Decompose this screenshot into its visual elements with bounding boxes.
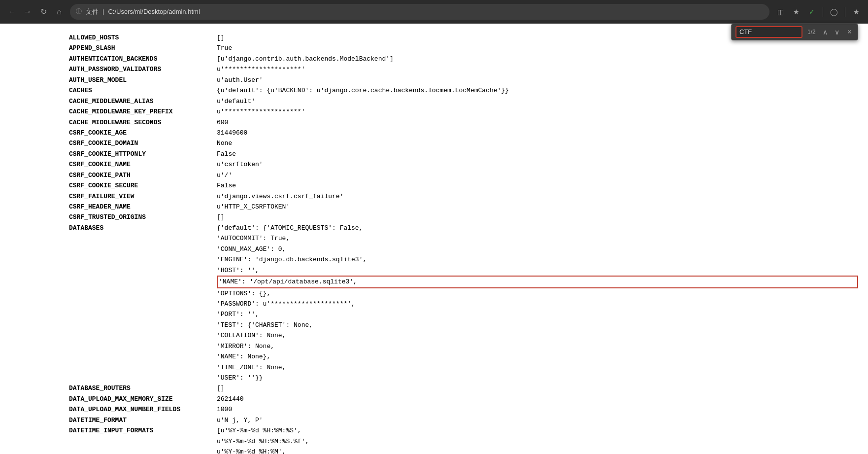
val-append-slash: True: [217, 43, 858, 53]
content-area: ALLOWED_HOSTS [] APPEND_SLASH True AUTHE…: [0, 24, 868, 454]
find-down-button[interactable]: ∨: [833, 27, 841, 37]
key-csrf-cookie-path: CSRF_COOKIE_PATH: [69, 170, 217, 180]
key-csrf-trusted-origins: CSRF_TRUSTED_ORIGINS: [69, 212, 217, 222]
key-cache-middleware-key: CACHE_MIDDLEWARE_KEY_PREFIX: [69, 106, 217, 117]
db-line15: 'USER': ''}}: [217, 373, 858, 383]
row-csrf-header-name: CSRF_HEADER_NAME u'HTTP_X_CSRFTOKEN': [69, 202, 858, 212]
row-auth-validators: AUTH_PASSWORD_VALIDATORS u'*************…: [69, 64, 858, 74]
key-data-upload-memory: DATA_UPLOAD_MAX_MEMORY_SIZE: [69, 394, 217, 404]
row-datetime-format: DATETIME_FORMAT u'N j, Y, P': [69, 415, 858, 425]
val-csrf-cookie-httponly: False: [217, 149, 858, 159]
val-csrf-cookie-path: u'/': [217, 170, 858, 180]
db-line10: 'TEST': {'CHARSET': None,: [217, 320, 858, 330]
db-line8: 'PASSWORD': u'********************',: [217, 299, 858, 309]
find-input-wrapper[interactable]: [735, 26, 802, 38]
val-caches: {u'default': {u'BACKEND': u'django.core.…: [217, 85, 858, 96]
row-csrf-cookie-path: CSRF_COOKIE_PATH u'/': [69, 170, 858, 180]
extensions-button[interactable]: ◫: [773, 5, 787, 19]
val-databases: {'default': {'ATOMIC_REQUESTS': False, '…: [217, 223, 858, 384]
key-csrf-header-name: CSRF_HEADER_NAME: [69, 202, 217, 212]
key-csrf-cookie-age: CSRF_COOKIE_AGE: [69, 128, 217, 138]
val-csrf-failure-view: u'django.views.csrf.csrf_failure': [217, 191, 858, 202]
main-content[interactable]: ALLOWED_HOSTS [] APPEND_SLASH True AUTHE…: [0, 24, 868, 454]
val-csrf-cookie-domain: None: [217, 138, 858, 148]
find-input[interactable]: [739, 28, 799, 35]
dtf-line3: u'%Y-%m-%d %H:%M',: [217, 447, 858, 454]
db-line4: 'ENGINE': 'django.db.backends.sqlite3',: [217, 254, 858, 265]
row-cache-middleware-alias: CACHE_MIDDLEWARE_ALIAS u'default': [69, 96, 858, 106]
find-bar: 1/2 ∧ ∨ ×: [731, 24, 858, 40]
row-csrf-cookie-name: CSRF_COOKIE_NAME u'csrftoken': [69, 159, 858, 170]
key-csrf-cookie-domain: CSRF_COOKIE_DOMAIN: [69, 138, 217, 148]
row-caches: CACHES {u'default': {u'BACKEND': u'djang…: [69, 85, 858, 96]
bookmark-button[interactable]: ★: [789, 5, 803, 19]
db-line2: 'AUTOCOMMIT': True,: [217, 233, 858, 244]
key-csrf-cookie-secure: CSRF_COOKIE_SECURE: [69, 180, 217, 191]
row-database-routers: DATABASE_ROUTERS []: [69, 383, 858, 393]
row-data-upload-memory: DATA_UPLOAD_MAX_MEMORY_SIZE 2621440: [69, 394, 858, 404]
address-bar[interactable]: ⓘ 文件 | C:/Users/mi/Desktop/admin.html: [70, 4, 769, 20]
val-csrf-cookie-age: 31449600: [217, 128, 858, 138]
val-cache-middleware-secs: 600: [217, 117, 858, 128]
star-button[interactable]: ★: [849, 5, 863, 19]
key-csrf-cookie-httponly: CSRF_COOKIE_HTTPONLY: [69, 149, 217, 159]
key-append-slash: APPEND_SLASH: [69, 43, 217, 53]
row-csrf-trusted-origins: CSRF_TRUSTED_ORIGINS []: [69, 212, 858, 222]
db-line7: 'OPTIONS': {},: [217, 288, 858, 299]
key-auth-backends: AUTHENTICATION_BACKENDS: [69, 54, 217, 64]
key-databases: DATABASES: [69, 223, 217, 233]
key-database-routers: DATABASE_ROUTERS: [69, 383, 217, 393]
key-allowed-hosts: ALLOWED_HOSTS: [69, 33, 217, 43]
db-line12: 'MIRROR': None,: [217, 341, 858, 351]
db-line5: 'HOST': '',: [217, 265, 858, 276]
row-csrf-cookie-age: CSRF_COOKIE_AGE 31449600: [69, 128, 858, 138]
val-cache-middleware-key: u'********************': [217, 106, 858, 117]
back-button[interactable]: ←: [5, 5, 19, 19]
dtf-line2: u'%Y-%m-%d %H:%M:%S.%f',: [217, 436, 858, 447]
separator: [823, 7, 823, 17]
val-csrf-cookie-secure: False: [217, 180, 858, 191]
key-csrf-cookie-name: CSRF_COOKIE_NAME: [69, 159, 217, 170]
row-csrf-cookie-domain: CSRF_COOKIE_DOMAIN None: [69, 138, 858, 148]
row-cache-middleware-secs: CACHE_MIDDLEWARE_SECONDS 600: [69, 117, 858, 128]
db-line13: 'NAME': None},: [217, 351, 858, 362]
key-auth-validators: AUTH_PASSWORD_VALIDATORS: [69, 64, 217, 74]
find-count: 1/2: [807, 29, 816, 35]
val-database-routers: []: [217, 383, 858, 393]
row-append-slash: APPEND_SLASH True: [69, 43, 858, 53]
reload-button[interactable]: ↻: [36, 5, 50, 19]
key-datetime-format: DATETIME_FORMAT: [69, 415, 217, 425]
db-line1: {'default': {'ATOMIC_REQUESTS': False,: [217, 223, 858, 233]
key-csrf-failure-view: CSRF_FAILURE_VIEW: [69, 191, 217, 202]
separator2: [845, 7, 845, 17]
val-csrf-trusted-origins: []: [217, 212, 858, 222]
address-path: C:/Users/mi/Desktop/admin.html: [108, 8, 200, 15]
home-button[interactable]: ⌂: [52, 5, 66, 19]
val-csrf-header-name: u'HTTP_X_CSRFTOKEN': [217, 202, 858, 212]
forward-button[interactable]: →: [21, 5, 34, 19]
val-auth-validators: u'********************': [217, 64, 858, 74]
verified-button[interactable]: ✓: [805, 5, 819, 19]
val-data-upload-memory: 2621440: [217, 394, 858, 404]
row-csrf-failure-view: CSRF_FAILURE_VIEW u'django.views.csrf.cs…: [69, 191, 858, 202]
bell-button[interactable]: ◯: [827, 5, 841, 19]
key-data-upload-fields: DATA_UPLOAD_MAX_NUMBER_FIELDS: [69, 404, 217, 415]
val-datetime-format: u'N j, Y, P': [217, 415, 858, 425]
key-auth-user-model: AUTH_USER_MODEL: [69, 75, 217, 85]
find-up-button[interactable]: ∧: [821, 27, 830, 37]
row-auth-backends: AUTHENTICATION_BACKENDS [u'django.contri…: [69, 54, 858, 64]
key-cache-middleware-secs: CACHE_MIDDLEWARE_SECONDS: [69, 117, 217, 128]
dtf-line1: [u'%Y-%m-%d %H:%M:%S',: [217, 425, 858, 436]
row-csrf-cookie-secure: CSRF_COOKIE_SECURE False: [69, 180, 858, 191]
page-bg: ALLOWED_HOSTS [] APPEND_SLASH True AUTHE…: [10, 29, 858, 454]
find-close-button[interactable]: ×: [845, 27, 854, 37]
row-datetime-input-formats: DATETIME_INPUT_FORMATS [u'%Y-%m-%d %H:%M…: [69, 425, 858, 454]
val-auth-user-model: u'auth.User': [217, 75, 858, 85]
address-separator: |: [102, 8, 104, 15]
browser-actions: ◫ ★ ✓ ◯ ★: [773, 5, 863, 19]
key-caches: CACHES: [69, 85, 217, 96]
db-line11: 'COLLATION': None,: [217, 330, 858, 341]
row-auth-user-model: AUTH_USER_MODEL u'auth.User': [69, 75, 858, 85]
key-cache-middleware-alias: CACHE_MIDDLEWARE_ALIAS: [69, 96, 217, 106]
browser-chrome: ← → ↻ ⌂ ⓘ 文件 | C:/Users/mi/Desktop/admin…: [0, 0, 868, 24]
